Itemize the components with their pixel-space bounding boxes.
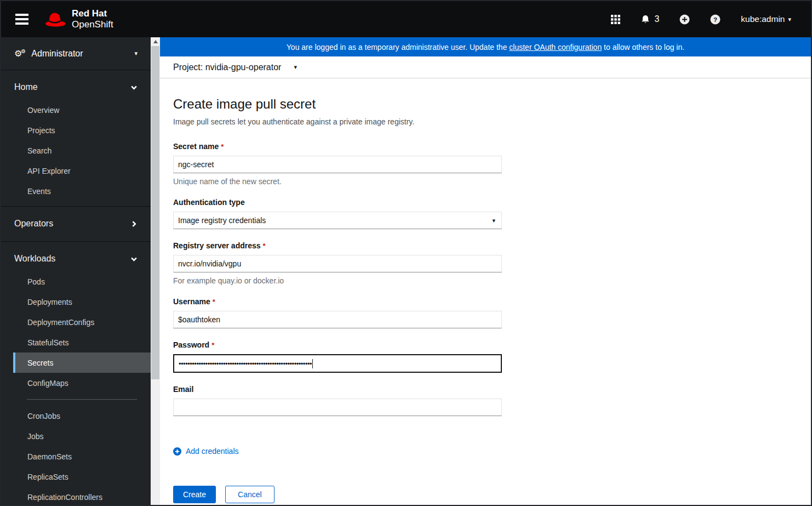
sidebar-item-label: Overview — [27, 106, 59, 115]
app-window: Red Hat OpenShift — [0, 0, 812, 506]
nav-section-operators[interactable]: Operators — [1, 211, 151, 236]
sidebar-item-label: Projects — [27, 126, 55, 135]
banner-text-after: to allow others to log in. — [602, 43, 684, 52]
sidebar-item-statefulsets[interactable]: StatefulSets — [1, 332, 151, 353]
add-credentials-button[interactable]: Add credentials — [173, 447, 239, 456]
sidebar-item-secrets[interactable]: Secrets — [1, 353, 151, 373]
sidebar-item-label: DaemonSets — [27, 452, 72, 461]
password-label: Password* — [173, 340, 502, 349]
sidebar-item-events[interactable]: Events — [1, 181, 151, 201]
sidebar-item-label: Events — [27, 187, 51, 196]
cancel-button[interactable]: Cancel — [225, 486, 275, 503]
chevron-down-icon — [130, 255, 138, 263]
plus-circle-icon — [173, 447, 181, 456]
sidebar-nav: ⚙⚙ Administrator ▾ Home Overview Project… — [1, 37, 151, 505]
secret-name-input[interactable] — [173, 156, 502, 173]
nav-divider — [1, 206, 151, 207]
email-label: Email — [173, 385, 502, 394]
sidebar-item-projects[interactable]: Projects — [1, 120, 151, 140]
app-launcher-button[interactable] — [611, 15, 620, 24]
bell-icon — [641, 14, 650, 24]
secret-name-help: Unique name of the new secret. — [173, 177, 502, 186]
page-subtitle: Image pull secrets let you authenticate … — [173, 117, 798, 126]
sidebar-scrollbar[interactable] — [151, 37, 160, 505]
notification-count: 3 — [654, 14, 659, 24]
password-group: Password* ••••••••••••••••••••••••••••••… — [173, 340, 502, 373]
sidebar-item-daemonsets[interactable]: DaemonSets — [1, 446, 151, 467]
sidebar-item-api-explorer[interactable]: API Explorer — [1, 161, 151, 181]
sidebar-item-configmaps[interactable]: ConfigMaps — [1, 373, 151, 393]
cogs-icon: ⚙⚙ — [14, 49, 26, 58]
nav-section-home[interactable]: Home — [1, 75, 151, 100]
masthead: Red Hat OpenShift — [1, 1, 811, 37]
sidebar-item-label: ReplicationControllers — [27, 493, 102, 502]
project-selector[interactable]: Project: nvidia-gpu-operator ▾ — [160, 56, 811, 78]
login-notice-banner: You are logged in as a temporary adminis… — [160, 37, 811, 56]
scrollbar-up-button[interactable] — [151, 37, 160, 46]
nav-section-workloads[interactable]: Workloads — [1, 246, 151, 271]
perspective-switcher[interactable]: ⚙⚙ Administrator ▾ — [1, 37, 151, 70]
password-masked-value: ••••••••••••••••••••••••••••••••••••••••… — [179, 360, 312, 367]
brand-redhat: Red Hat — [72, 8, 113, 19]
caret-down-icon: ▾ — [134, 50, 138, 56]
username-input[interactable] — [173, 311, 502, 328]
sidebar-item-search[interactable]: Search — [1, 140, 151, 161]
auth-type-label: Authentication type — [173, 198, 502, 207]
sidebar-item-replicationcontrollers[interactable]: ReplicationControllers — [1, 487, 151, 505]
sidebar-item-label: CronJobs — [27, 412, 60, 420]
sidebar-item-label: ConfigMaps — [27, 379, 68, 388]
caret-down-icon: ▾ — [788, 16, 791, 22]
notifications-button[interactable]: 3 — [641, 14, 659, 24]
help-button[interactable]: ? — [710, 14, 720, 25]
image-pull-secret-form: Secret name* Unique name of the new secr… — [173, 142, 502, 503]
username-group: Username* — [173, 297, 502, 328]
redhat-openshift-logo: Red Hat OpenShift — [44, 8, 113, 30]
sidebar-item-label: Search — [27, 146, 52, 155]
username-label: Username* — [173, 297, 502, 306]
sidebar-item-label: Secrets — [27, 359, 53, 367]
auth-type-select[interactable]: Image registry credentials ▾ — [173, 212, 502, 229]
email-input[interactable] — [173, 399, 502, 416]
nav-section-label: Workloads — [14, 254, 55, 264]
nav-sub-divider — [27, 399, 137, 400]
page-title: Create image pull secret — [173, 96, 798, 112]
registry-address-group: Registry server address* For example qua… — [173, 241, 502, 285]
brand-openshift: OpenShift — [72, 19, 113, 30]
sidebar-item-pods[interactable]: Pods — [1, 271, 151, 292]
user-menu-label: kube:admin — [741, 14, 785, 24]
banner-text-before: You are logged in as a temporary adminis… — [287, 43, 510, 52]
sidebar-item-overview[interactable]: Overview — [1, 100, 151, 120]
create-button[interactable]: Create — [173, 486, 216, 503]
sidebar-item-jobs[interactable]: Jobs — [1, 426, 151, 446]
password-input[interactable]: ••••••••••••••••••••••••••••••••••••••••… — [173, 354, 502, 373]
registry-address-input[interactable] — [173, 255, 502, 272]
user-menu[interactable]: kube:admin ▾ — [741, 14, 791, 24]
sidebar-item-cronjobs[interactable]: CronJobs — [1, 406, 151, 426]
app-launcher-grid-icon — [611, 15, 620, 24]
sidebar-item-label: Pods — [27, 277, 45, 286]
scrollbar-thumb[interactable] — [151, 46, 159, 379]
secret-name-label: Secret name* — [173, 142, 502, 151]
cluster-oauth-configuration-link[interactable]: cluster OAuth configuration — [509, 43, 602, 52]
registry-address-label: Registry server address* — [173, 241, 502, 250]
project-selector-label: Project: nvidia-gpu-operator — [173, 62, 281, 72]
nav-toggle-button[interactable] — [13, 9, 31, 30]
required-asterisk: * — [263, 242, 266, 250]
nav-divider — [1, 70, 151, 70]
sidebar-item-deploymentconfigs[interactable]: DeploymentConfigs — [1, 312, 151, 332]
brand-text: Red Hat OpenShift — [72, 8, 113, 30]
sidebar-item-deployments[interactable]: Deployments — [1, 292, 151, 312]
caret-down-icon: ▾ — [492, 218, 495, 224]
question-circle-icon: ? — [710, 14, 720, 25]
sidebar-item-label: StatefulSets — [27, 338, 69, 347]
caret-down-icon: ▾ — [294, 64, 297, 70]
sidebar-item-replicasets[interactable]: ReplicaSets — [1, 467, 151, 487]
create-secret-page: Create image pull secret Image pull secr… — [160, 78, 811, 503]
nav-section-label: Operators — [14, 219, 53, 229]
import-button[interactable] — [679, 14, 690, 25]
svg-text:?: ? — [713, 16, 717, 22]
text-cursor — [312, 359, 313, 368]
triangle-up-icon — [153, 40, 158, 43]
plus-circle-icon — [679, 14, 690, 25]
auth-type-selected-value: Image registry credentials — [178, 216, 266, 225]
